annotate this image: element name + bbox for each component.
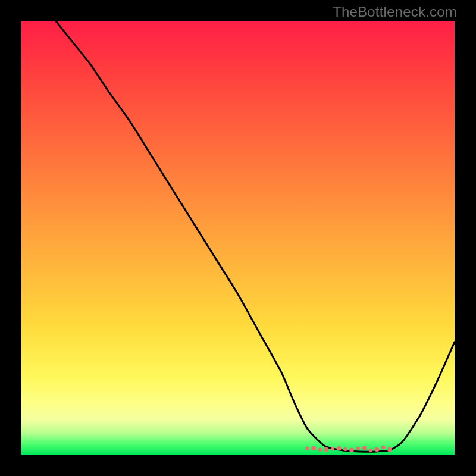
flat-marker-dot <box>311 446 316 451</box>
flat-marker-dot <box>387 447 392 452</box>
flat-marker-dot <box>362 446 367 450</box>
chart-frame <box>21 21 455 455</box>
flat-marker-dot <box>356 447 359 450</box>
flat-marker-dot <box>331 447 334 450</box>
flat-marker-dot <box>318 448 322 452</box>
chart-svg <box>21 21 455 455</box>
flat-marker-dot <box>305 447 309 450</box>
flat-marker-dot <box>343 447 347 451</box>
flat-marker-dot <box>375 447 380 452</box>
flat-marker-dot <box>337 446 342 451</box>
flat-marker-dot <box>381 446 385 449</box>
flat-marker-dot <box>349 448 354 453</box>
bottleneck-curve <box>56 21 455 452</box>
flat-marker-dot <box>369 449 372 452</box>
watermark-text: TheBottleneck.com <box>333 4 457 20</box>
flat-marker-dot <box>324 447 329 452</box>
curve-path <box>56 21 455 452</box>
